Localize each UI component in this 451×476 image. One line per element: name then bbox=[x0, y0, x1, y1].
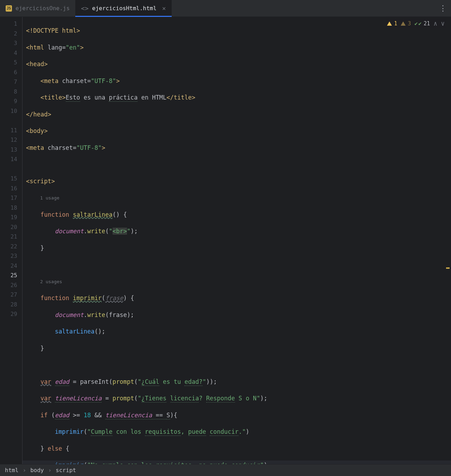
tab-ejercicios-html[interactable]: <> ejerciciosHtml.html × bbox=[75, 0, 172, 17]
line-number[interactable]: 18 bbox=[2, 203, 17, 213]
line-number[interactable]: 4 bbox=[2, 48, 17, 58]
close-icon[interactable]: × bbox=[162, 5, 166, 12]
breadcrumb-item[interactable]: html bbox=[5, 467, 19, 474]
line-number[interactable]: 28 bbox=[2, 300, 17, 310]
line-number[interactable]: 5 bbox=[2, 58, 17, 68]
line-number[interactable]: 17 bbox=[2, 193, 17, 203]
usage-hint[interactable]: 1 usage bbox=[26, 193, 451, 203]
line-number[interactable]: 14 bbox=[2, 154, 17, 164]
line-number[interactable]: 23 bbox=[2, 251, 17, 261]
breadcrumb-item[interactable]: script bbox=[56, 467, 76, 474]
line-number[interactable]: 25 bbox=[2, 271, 17, 280]
tab-label: ejerciciosOne.js bbox=[15, 5, 70, 12]
editor[interactable]: 1 3 ✔✔ 21 ∧ ∨ 1 2 3 4 5 6 7 8 9 10 11 12… bbox=[0, 17, 451, 464]
line-number[interactable]: 7 bbox=[2, 77, 17, 87]
tab-bar: JS ejerciciosOne.js <> ejerciciosHtml.ht… bbox=[0, 0, 451, 17]
html-file-icon: <> bbox=[81, 5, 89, 12]
line-number[interactable]: 9 bbox=[2, 96, 17, 106]
line-number[interactable]: 2 bbox=[2, 29, 17, 39]
line-number[interactable]: 10 bbox=[2, 106, 17, 116]
line-number-gutter: 1 2 3 4 5 6 7 8 9 10 11 12 13 14 15 16 1… bbox=[0, 17, 23, 464]
line-number[interactable]: 3 bbox=[2, 38, 17, 48]
line-number[interactable]: 26 bbox=[2, 280, 17, 290]
line-number[interactable]: 15 bbox=[2, 174, 17, 184]
js-file-icon: JS bbox=[6, 5, 12, 12]
line-number[interactable]: 13 bbox=[2, 145, 17, 155]
line-number[interactable]: 1 bbox=[2, 19, 17, 29]
chevron-right-icon: › bbox=[23, 467, 26, 474]
tab-spacer bbox=[172, 0, 435, 17]
line-number[interactable]: 29 bbox=[2, 309, 17, 319]
line-number[interactable]: 11 bbox=[2, 126, 17, 135]
line-number[interactable]: 20 bbox=[2, 222, 17, 232]
line-number[interactable]: 6 bbox=[2, 68, 17, 77]
line-number[interactable]: 16 bbox=[2, 184, 17, 193]
line-number[interactable]: 24 bbox=[2, 261, 17, 271]
gutter-hint-spacer bbox=[2, 164, 17, 174]
line-number[interactable]: 12 bbox=[2, 135, 17, 145]
tab-label: ejerciciosHtml.html bbox=[92, 5, 157, 12]
chevron-right-icon: › bbox=[48, 467, 52, 474]
gutter-hint-spacer bbox=[2, 116, 17, 126]
code-area[interactable]: <!DOCTYPE html> <html lang="en"> <head> … bbox=[23, 17, 451, 464]
tab-more-button[interactable]: ⋮ bbox=[435, 0, 451, 17]
breadcrumb: html › body › script bbox=[0, 464, 451, 476]
line-number[interactable]: 8 bbox=[2, 87, 17, 97]
tab-ejercicios-one[interactable]: JS ejerciciosOne.js bbox=[0, 0, 75, 17]
usage-hint[interactable]: 2 usages bbox=[26, 277, 451, 287]
breadcrumb-item[interactable]: body bbox=[30, 467, 44, 474]
line-number[interactable]: 22 bbox=[2, 242, 17, 252]
line-number[interactable]: 21 bbox=[2, 232, 17, 242]
line-number[interactable]: 27 bbox=[2, 290, 17, 300]
line-number[interactable]: 19 bbox=[2, 212, 17, 222]
